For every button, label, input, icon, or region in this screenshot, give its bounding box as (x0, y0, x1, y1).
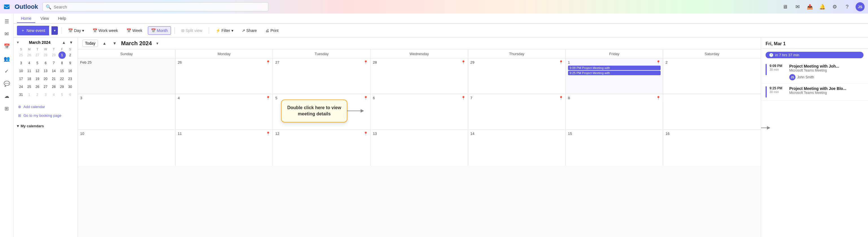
title-dropdown[interactable]: ▾ (155, 40, 160, 47)
cal-cell-mar1[interactable]: 1 📍 9:09 PM Project Meeting with 9:25 PM… (566, 58, 663, 94)
cal-cell-mar14[interactable]: 14 (468, 130, 566, 165)
mini-day[interactable]: 5 (58, 91, 66, 99)
mini-cal-next[interactable]: ▼ (68, 40, 74, 45)
mini-day[interactable]: 7 (50, 59, 58, 67)
mini-day[interactable]: 6 (42, 59, 50, 67)
mini-day[interactable]: 24 (18, 83, 25, 90)
mini-day[interactable]: 13 (42, 67, 50, 75)
next-month-button[interactable]: ▼ (111, 40, 118, 47)
view-day-button[interactable]: 📅 Day ▾ (65, 26, 87, 35)
mini-day[interactable]: 26 (26, 51, 33, 59)
cal-cell-mar9[interactable] (663, 94, 761, 130)
new-event-dropdown[interactable]: ▾ (51, 26, 58, 35)
share-button[interactable]: ↗ Share (239, 26, 260, 35)
mini-day[interactable]: 6 (67, 91, 74, 99)
mini-day[interactable]: 22 (58, 75, 66, 83)
cal-cell-mar13[interactable]: 13 (371, 130, 468, 165)
cal-cell-mar28[interactable]: 28 📍 (371, 58, 468, 94)
mini-day[interactable]: 2 (34, 91, 41, 99)
mini-day[interactable]: 15 (58, 67, 66, 75)
nav-icon-menu[interactable]: ☰ (1, 16, 12, 27)
search-input[interactable] (54, 4, 265, 9)
split-view-button[interactable]: ⊞ Split view (178, 26, 206, 35)
mini-day[interactable]: 25 (18, 51, 25, 59)
booking-page-link[interactable]: ⊞ Go to my booking page (17, 112, 74, 120)
add-calendar-link[interactable]: ⊕ Add calendar (17, 103, 74, 111)
mini-day[interactable]: 1 (26, 91, 33, 99)
nav-icon-calendar[interactable]: 📅 (1, 41, 12, 52)
help-icon[interactable]: ? (843, 3, 851, 11)
my-calendars-header[interactable]: ▾ My calendars (17, 124, 74, 128)
tab-home[interactable]: Home (17, 15, 35, 23)
mini-day[interactable]: 29 (50, 51, 58, 59)
mini-day[interactable]: 5 (34, 59, 41, 67)
mini-day-today[interactable]: 1 (58, 51, 66, 59)
mini-day[interactable]: 4 (26, 59, 33, 67)
cal-cell-mar3[interactable]: 3 (78, 94, 176, 130)
cal-cell-mar6[interactable]: 6 📍 (371, 94, 468, 130)
cal-cell-mar8[interactable]: 8 📍 (566, 94, 663, 130)
mini-day[interactable]: 28 (42, 51, 50, 59)
mini-cal-prev[interactable]: ▲ (61, 40, 67, 45)
cal-cell-mar16[interactable]: 16 (663, 130, 761, 165)
nav-icon-grid[interactable]: ⊞ (1, 103, 12, 114)
avatar[interactable]: JS (856, 2, 865, 11)
mini-day[interactable]: 23 (67, 75, 74, 83)
today-button[interactable]: Today (83, 40, 98, 47)
nav-icon-mail[interactable]: ✉ (1, 28, 12, 40)
mini-day[interactable]: 17 (18, 75, 25, 83)
cal-cell-mar26[interactable]: 26 📍 (176, 58, 273, 94)
tab-help[interactable]: Help (54, 15, 70, 23)
cal-cell-mar4[interactable]: 4 📍 (176, 94, 273, 130)
mini-day[interactable]: 31 (18, 91, 25, 99)
mini-day[interactable]: 30 (67, 83, 74, 90)
filter-button[interactable]: ⚡ Filter ▾ (213, 26, 237, 35)
cal-cell-feb25[interactable]: Feb 25 (78, 58, 176, 94)
mini-day[interactable]: 4 (50, 91, 58, 99)
mini-day[interactable]: 3 (18, 59, 25, 67)
collapse-icon[interactable]: ▾ (17, 41, 19, 45)
mini-day[interactable]: 28 (50, 83, 58, 90)
mini-day[interactable]: 27 (42, 83, 50, 90)
mini-day[interactable]: 14 (50, 67, 58, 75)
mini-day[interactable]: 20 (42, 75, 50, 83)
cal-cell-mar2[interactable]: 2 (663, 58, 761, 94)
event-card-2[interactable]: 9:25 PM 30 min Project Meeting with Joe … (761, 83, 868, 101)
cal-cell-mar27[interactable]: 27 📍 (273, 58, 371, 94)
mini-day[interactable]: 9 (67, 59, 74, 67)
mini-day[interactable]: 3 (42, 91, 50, 99)
mini-day[interactable]: 11 (26, 67, 33, 75)
cal-cell-mar10[interactable]: 10 (78, 130, 176, 165)
settings-icon[interactable]: ⚙ (831, 3, 839, 11)
mini-day[interactable]: 26 (34, 83, 41, 90)
view-month-button[interactable]: 📅 Month (148, 26, 171, 35)
mini-day[interactable]: 29 (58, 83, 66, 90)
cal-event-2[interactable]: 9:25 PM Project Meeting with (568, 71, 661, 75)
cal-cell-mar29[interactable]: 29 📍 (468, 58, 566, 94)
mini-day[interactable]: 10 (18, 67, 25, 75)
bell-icon[interactable]: 🔔 (818, 3, 826, 11)
mini-day[interactable]: 25 (26, 83, 33, 90)
monitor-icon[interactable]: 🖥 (781, 3, 789, 11)
mini-day[interactable]: 18 (26, 75, 33, 83)
send-icon[interactable]: 📤 (806, 3, 814, 11)
print-button[interactable]: 🖨 Print (262, 26, 282, 35)
mini-day[interactable]: 27 (34, 51, 41, 59)
nav-icon-people[interactable]: 👥 (1, 53, 12, 64)
mini-day[interactable]: 8 (58, 59, 66, 67)
mini-day[interactable]: 12 (34, 67, 41, 75)
cal-cell-mar12[interactable]: 12 📍 (273, 130, 371, 165)
mini-day[interactable]: 16 (67, 67, 74, 75)
search-bar[interactable]: 🔍 (42, 2, 268, 11)
view-week-button[interactable]: 📅 Week (123, 26, 146, 35)
mini-day[interactable]: 21 (50, 75, 58, 83)
nav-icon-cloud[interactable]: ☁ (1, 90, 12, 102)
mail-icon[interactable]: ✉ (794, 3, 801, 11)
tab-view[interactable]: View (36, 15, 53, 23)
view-workweek-button[interactable]: 📅 Work week (89, 26, 121, 35)
nav-icon-check[interactable]: ✓ (1, 65, 12, 77)
cal-event-1[interactable]: 9:09 PM Project Meeting with (568, 65, 661, 70)
new-event-button[interactable]: ＋ New event (17, 26, 49, 35)
cal-cell-mar15[interactable]: 15 (566, 130, 663, 165)
mini-day[interactable]: 19 (34, 75, 41, 83)
